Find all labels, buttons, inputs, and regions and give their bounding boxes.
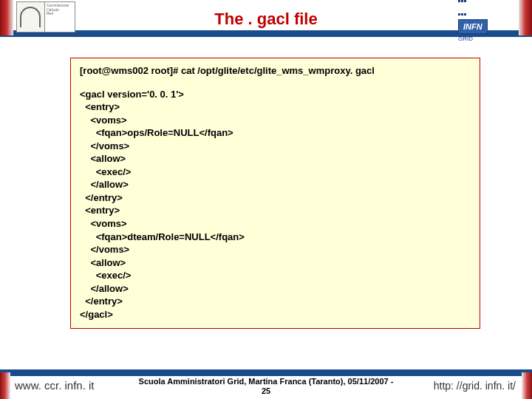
code-line: </entry> bbox=[80, 191, 471, 205]
footer-right-url: http: //grid. infn. it/ bbox=[434, 380, 516, 392]
code-line: <allow> bbox=[80, 152, 471, 166]
infn-logo-group: INFN GRID bbox=[458, 1, 516, 33]
code-line: </allow> bbox=[80, 282, 471, 296]
code-line: <fqan>ops/Role=NULL</fqan> bbox=[80, 126, 471, 140]
slide-footer: www. ccr. infn. it Scuola Amministratori… bbox=[0, 369, 532, 399]
ccr-logo: CommissioneCalcoloReti bbox=[16, 1, 75, 33]
slide-header: CommissioneCalcoloReti The . gacl file I… bbox=[0, 0, 532, 37]
infn-badge: INFN bbox=[458, 19, 488, 34]
code-line: </gacl> bbox=[80, 308, 471, 321]
code-line: </entry> bbox=[80, 295, 471, 308]
code-line: <voms> bbox=[80, 114, 471, 127]
code-line: </voms> bbox=[80, 140, 471, 153]
footer-page-number: 25 bbox=[262, 386, 270, 395]
code-line: <entry> bbox=[80, 204, 471, 217]
code-line: </allow> bbox=[80, 178, 471, 191]
slide-content: [root@wms002 root]# cat /opt/glite/etc/g… bbox=[0, 37, 532, 329]
code-line: <fqan>dteam/Role=NULL</fqan> bbox=[80, 231, 471, 244]
code-line: </voms> bbox=[80, 243, 471, 256]
code-line: <entry> bbox=[80, 100, 471, 114]
code-box: [root@wms002 root]# cat /opt/glite/etc/g… bbox=[70, 58, 480, 329]
header-accent-left bbox=[0, 0, 13, 35]
code-line: <exec/> bbox=[80, 269, 471, 282]
code-line: <voms> bbox=[80, 217, 471, 231]
ccr-logo-arch bbox=[17, 2, 45, 32]
gacl-xml-block: <gacl version='0. 0. 1'> <entry> <voms> … bbox=[80, 88, 471, 321]
grid-icon bbox=[458, 0, 468, 1]
shell-command: [root@wms002 root]# cat /opt/glite/etc/g… bbox=[80, 64, 471, 78]
slide-title: The . gacl file bbox=[0, 7, 532, 29]
code-line: <allow> bbox=[80, 256, 471, 270]
ccr-logo-text: CommissioneCalcoloReti bbox=[45, 2, 70, 32]
grid-label: GRID bbox=[458, 35, 488, 42]
code-line: <exec/> bbox=[80, 166, 471, 179]
header-accent-right bbox=[519, 0, 532, 35]
footer-event-text: Scuola Amministratori Grid, Martina Fran… bbox=[139, 377, 394, 386]
code-line: <gacl version='0. 0. 1'> bbox=[80, 88, 471, 101]
